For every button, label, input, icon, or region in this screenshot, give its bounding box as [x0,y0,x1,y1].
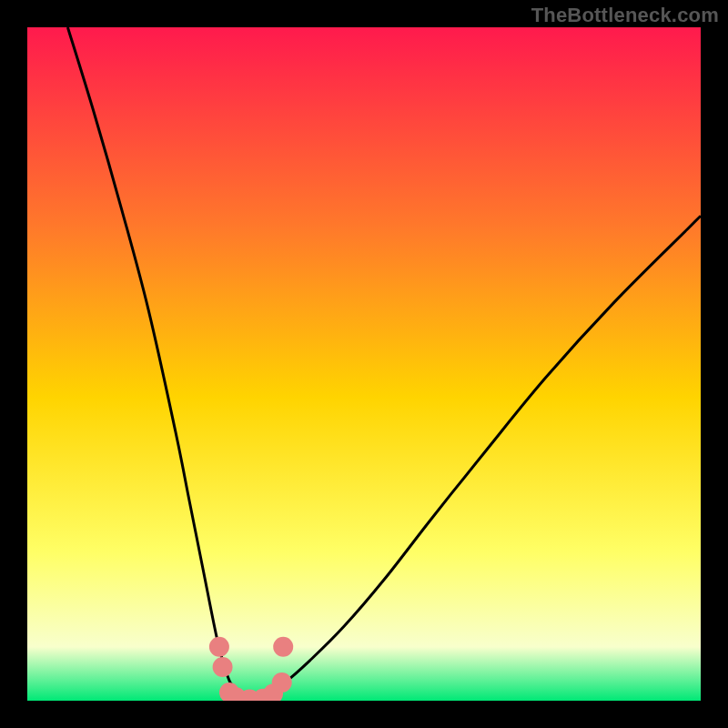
marker-dot [213,657,233,677]
watermark-text: TheBottleneck.com [531,4,719,27]
bottleneck-curve-chart [27,27,701,701]
marker-dot [273,637,293,657]
plot-area [27,27,701,701]
marker-dot [272,672,292,693]
marker-dot [209,637,229,657]
gradient-background [27,27,701,701]
chart-frame: TheBottleneck.com [0,0,728,728]
